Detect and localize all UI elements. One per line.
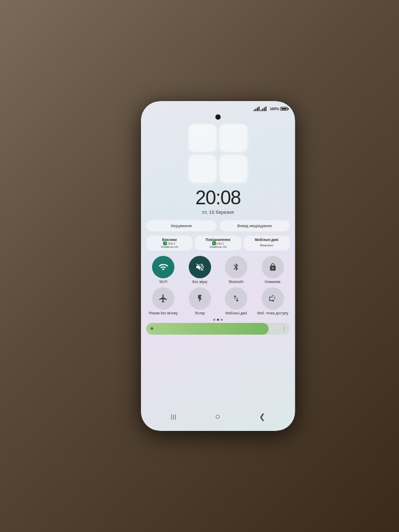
calls-title: Виклики	[148, 238, 190, 242]
mute-toggle-button[interactable]	[189, 256, 211, 278]
dot-1	[213, 319, 215, 321]
toggle-flashlight: Ліхтар	[182, 287, 217, 315]
widget-2	[220, 124, 247, 152]
quick-actions: Керування Вивід медіаданих	[141, 216, 295, 234]
lockscreen-toggle-button[interactable]	[262, 256, 284, 278]
toggle-mute: Без звуку	[182, 256, 217, 284]
toggle-bluetooth: Bluetooth	[219, 256, 254, 284]
mobile-data-status: Вимкнено	[245, 244, 287, 247]
hotspot-label: Моб. точка доступу	[257, 311, 288, 315]
flashlight-label: Ліхтар	[195, 311, 205, 315]
calls-sim-badge: 2	[163, 242, 167, 245]
manage-button[interactable]: Керування	[146, 220, 217, 231]
scene: 100% 20:08 пт,	[0, 0, 399, 532]
data-transfer-icon	[232, 294, 240, 303]
calls-sim: 2 SIM 2	[148, 242, 190, 245]
clock-area: 20:08 пт, 15 березня	[141, 185, 295, 216]
bluetooth-label: Bluetooth	[229, 280, 243, 284]
notch-area	[141, 113, 295, 121]
widget-3	[189, 155, 217, 182]
airplane-icon	[159, 294, 168, 303]
widget-1	[189, 124, 217, 152]
mobile-data-label: Мобільні дані	[226, 311, 247, 315]
toggle-hotspot: Моб. точка доступу	[255, 287, 290, 315]
calls-sim-label: SIM 2	[168, 242, 175, 245]
wifi-label: Wi-Fi	[159, 280, 167, 284]
toggle-grid-row1: Wi-Fi Без звуку	[141, 253, 295, 286]
home-button[interactable]: ○	[211, 410, 225, 423]
hotspot-icon	[269, 294, 277, 303]
info-card-calls: Виклики 2 SIM 2 Vodafone UA	[146, 236, 193, 251]
toggle-wifi: Wi-Fi	[146, 256, 181, 284]
lock-icon	[269, 263, 277, 271]
brightness-icon: ☀	[149, 326, 154, 331]
toggle-grid-row2: Режим без зв'язку Ліхтар	[141, 286, 295, 318]
recents-button[interactable]: |||	[167, 412, 181, 422]
status-icons: 100%	[254, 106, 288, 111]
bluetooth-toggle-button[interactable]	[225, 256, 247, 278]
mobile-data-title: Мобільні дані	[245, 238, 287, 242]
toggle-airplane: Режим без зв'язку	[146, 287, 181, 315]
media-output-button[interactable]: Вивід медіаданих	[220, 220, 290, 231]
screen: 100% 20:08 пт,	[141, 101, 295, 431]
brightness-bar[interactable]: ☀ ⋮	[146, 323, 290, 335]
bluetooth-icon	[232, 263, 240, 271]
brightness-bar-container: ☀ ⋮	[141, 322, 295, 338]
toggle-lockscreen: Книжкова	[255, 256, 290, 284]
calls-carrier: Vodafone UA	[148, 245, 190, 248]
flashlight-icon	[196, 294, 204, 303]
signal-icon-2	[261, 106, 267, 111]
dot-3	[221, 319, 223, 321]
back-button[interactable]: ❮	[255, 410, 270, 423]
mobile-data-toggle-button[interactable]	[225, 287, 247, 310]
airplane-toggle-button[interactable]	[152, 287, 174, 310]
lockscreen-label: Книжкова	[265, 280, 280, 284]
info-row: Виклики 2 SIM 2 Vodafone UA Повідомлення…	[141, 234, 295, 253]
dot-2	[217, 319, 219, 321]
status-bar: 100%	[141, 101, 295, 113]
flashlight-toggle-button[interactable]	[189, 287, 211, 310]
widget-4	[220, 155, 247, 182]
battery-icon	[280, 107, 288, 111]
toggle-mobile-data: Мобільні дані	[219, 287, 254, 315]
messages-sim-badge: 2	[212, 242, 216, 245]
messages-sim: 2 SIM 2	[197, 242, 239, 245]
clock-date: пт, 15 березня	[141, 210, 295, 215]
brightness-fill	[146, 323, 269, 335]
widget-area	[141, 121, 295, 154]
messages-sim-label: SIM 2	[217, 242, 224, 245]
messages-title: Повідомлення	[197, 238, 239, 242]
battery-percent-text: 100%	[270, 107, 279, 111]
brightness-menu-icon[interactable]: ⋮	[281, 326, 287, 331]
hotspot-toggle-button[interactable]	[262, 287, 284, 310]
battery-fill	[281, 108, 287, 110]
mute-icon	[195, 262, 205, 272]
airplane-label: Режим без зв'язку	[149, 311, 178, 315]
messages-carrier: Vodafone UA	[197, 245, 239, 248]
clock-time: 20:08	[141, 187, 295, 209]
pagination-dots	[141, 318, 295, 322]
info-card-messages: Повідомлення 2 SIM 2 Vodafone UA	[195, 236, 241, 251]
camera-notch	[215, 114, 221, 120]
mute-label: Без звуку	[192, 280, 207, 284]
signal-icon-1	[254, 106, 260, 111]
bottom-nav: ||| ○ ❮	[141, 405, 295, 431]
widget-area-2	[141, 154, 295, 185]
wifi-icon	[159, 262, 168, 272]
wifi-toggle-button[interactable]	[152, 256, 174, 278]
phone: 100% 20:08 пт,	[141, 101, 295, 431]
info-card-mobile-data: Мобільні дані Вимкнено	[243, 236, 289, 251]
